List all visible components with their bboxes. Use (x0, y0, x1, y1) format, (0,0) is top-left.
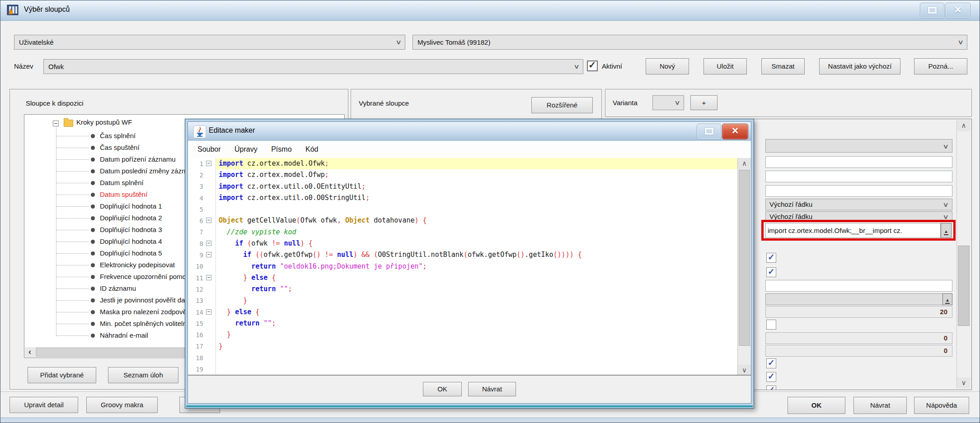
save-button[interactable]: Uložit (703, 58, 747, 74)
code-line[interactable]: if (ofwk != null) { (216, 238, 737, 249)
fold-toggle-icon[interactable] (206, 161, 211, 166)
fold-toggle-icon[interactable] (206, 218, 211, 223)
bullet-icon (91, 205, 95, 209)
code-editor[interactable]: 12345678910111213141516171819 import cz.… (188, 158, 751, 376)
expand-up-icon: ▲ (945, 297, 950, 304)
menu-pismo[interactable]: Písmo (265, 141, 297, 158)
property-checkbox-6[interactable] (766, 386, 776, 390)
scrollbar-thumb[interactable] (958, 246, 970, 326)
bullet-icon (91, 287, 95, 291)
dialog-maximize-button[interactable] (697, 124, 721, 139)
default-row-combo-1[interactable]: Výchozí řádku ∨ (765, 199, 952, 210)
task-list-button[interactable]: Seznam úloh (108, 367, 178, 383)
tree-guide (56, 230, 89, 230)
code-line[interactable]: import cz.ortex.util.o0.O0StringUtil; (216, 192, 737, 204)
edit-detail-button[interactable]: Upravit detail (9, 397, 78, 413)
editor-scrollbar[interactable]: ∧ ∨ (737, 158, 751, 376)
fold-toggle-icon[interactable] (206, 275, 211, 280)
editor-code[interactable]: import cz.ortex.model.Ofwk;import cz.ort… (216, 158, 737, 376)
code-line[interactable]: } (216, 341, 737, 352)
dialog-ok-button[interactable]: OK (423, 382, 462, 396)
maximize-button[interactable] (920, 3, 944, 19)
property-field-empty-1[interactable] (765, 156, 952, 168)
code-line[interactable] (216, 352, 737, 363)
scroll-down-icon[interactable]: ∨ (738, 365, 751, 376)
expand-small-button[interactable]: ▲ (942, 293, 952, 305)
code-line[interactable]: import cz.ortex.model.Ofwk; (216, 158, 737, 169)
bullet-icon (91, 228, 95, 232)
delete-button[interactable]: Smazat (761, 58, 805, 74)
groovy-macros-button[interactable]: Groovy makra (86, 397, 158, 413)
grid-scrollbar[interactable]: ∧ ∨ (957, 120, 971, 389)
dialog-close-button[interactable]: × (722, 124, 748, 139)
code-line[interactable] (216, 204, 737, 215)
code-line[interactable]: return ""; (216, 284, 737, 295)
close-button[interactable]: × (945, 3, 971, 19)
window-bottom-frame (0, 418, 980, 423)
code-line[interactable]: //zde vypiste kod (216, 227, 737, 238)
collapse-icon[interactable] (53, 121, 59, 126)
code-line[interactable]: return ""; (216, 318, 737, 329)
property-checkbox-1[interactable] (766, 253, 776, 263)
code-line[interactable] (216, 363, 737, 375)
dialog-back-button[interactable]: Návrat (468, 382, 516, 396)
macro-preview-field[interactable]: import cz.ortex.model.Ofwk;__br__import … (765, 223, 941, 238)
note-button[interactable]: Pozná... (914, 58, 967, 74)
active-checkbox[interactable] (587, 60, 598, 71)
property-value-20[interactable]: 20 (765, 306, 952, 318)
macro-editor-dialog: Editace maker × Soubor Úpravy Písmo Kód … (185, 119, 754, 409)
default-row-combo-2[interactable]: Výchozí řádku ∨ (765, 211, 952, 222)
property-checkbox-3[interactable] (766, 320, 776, 330)
scroll-left-icon[interactable]: ‹ (25, 347, 35, 357)
property-checkbox-5[interactable] (766, 372, 776, 382)
ok-button[interactable]: OK (788, 397, 845, 414)
property-combo-empty[interactable]: ∨ (765, 139, 952, 153)
advanced-button[interactable]: Rozšířené (531, 97, 593, 113)
code-line[interactable]: import cz.ortex.model.Ofwp; (216, 169, 737, 181)
code-line[interactable]: } else { (216, 272, 737, 284)
property-checkbox-4[interactable] (766, 358, 776, 368)
tree-guide (56, 288, 89, 289)
code-line[interactable]: Object getCellValue(Ofwk ofwk, Object do… (216, 215, 737, 226)
fold-toggle-icon[interactable] (206, 309, 211, 315)
help-button[interactable]: Nápověda (914, 397, 969, 414)
variant-combo[interactable]: ∨ (652, 95, 684, 110)
menu-upravy[interactable]: Úpravy (229, 141, 263, 158)
property-field-empty-2[interactable] (765, 171, 952, 182)
add-selected-button[interactable]: Přidat vybrané (28, 367, 96, 383)
code-line[interactable]: } else { (216, 307, 737, 318)
scroll-up-icon[interactable]: ∧ (738, 158, 751, 169)
fold-toggle-icon[interactable] (206, 252, 211, 257)
code-line[interactable]: if ((ofwk.getOfwp() != null) && (O0Strin… (216, 249, 737, 260)
code-line[interactable]: } (216, 295, 737, 307)
code-line[interactable]: import cz.ortex.util.o0.OEntityUtil; (216, 181, 737, 192)
property-value-0b[interactable]: 0 (765, 345, 952, 357)
new-button[interactable]: Nový (646, 58, 689, 74)
scroll-down-icon[interactable]: ∨ (957, 377, 971, 389)
user-combo[interactable]: Myslivec Tomáš (99182) ∨ (413, 35, 967, 50)
scrollbar-thumb[interactable] (739, 170, 750, 346)
properties-grid: ∨ Výchozí řádku ∨ Výchozí řádku ∨ import… (741, 119, 972, 390)
fold-toggle-icon[interactable] (206, 241, 211, 246)
name-combo[interactable]: Ofwk ∨ (43, 59, 583, 74)
menu-soubor[interactable]: Soubor (192, 141, 227, 158)
tree-guide (56, 277, 89, 277)
back-button[interactable]: Návrat (853, 397, 907, 414)
tree-guide (56, 159, 89, 160)
property-bar-with-button[interactable] (765, 293, 952, 305)
expand-editor-button[interactable]: ▲ (941, 223, 952, 238)
property-value-0a[interactable]: 0 (765, 332, 952, 344)
profile-combo[interactable]: Uživatelské ∨ (14, 35, 405, 50)
set-default-button[interactable]: Nastavit jako výchozí (819, 58, 900, 74)
property-field-empty-3[interactable] (765, 185, 952, 197)
menu-kod[interactable]: Kód (300, 141, 324, 158)
property-field-empty-4[interactable] (765, 280, 952, 292)
code-line[interactable]: } (216, 329, 737, 340)
code-line[interactable]: return "oeldok16.png;Dokument je připoje… (216, 261, 737, 272)
variant-add-button[interactable]: + (690, 95, 717, 110)
chevron-down-icon: ∨ (942, 139, 949, 153)
bullet-icon (91, 275, 95, 279)
scroll-up-icon[interactable]: ∧ (957, 120, 971, 131)
tree-guide (56, 148, 89, 148)
property-checkbox-2[interactable] (766, 267, 776, 277)
